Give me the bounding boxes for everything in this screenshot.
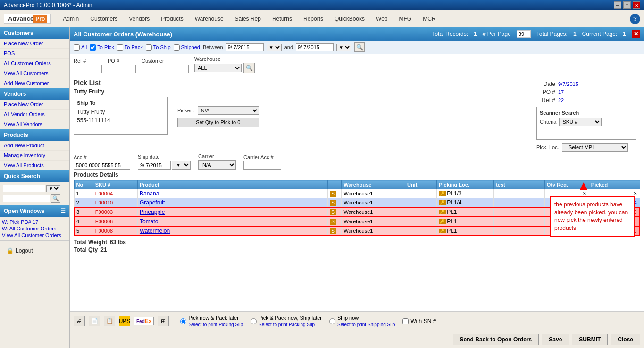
open-window-all-orders[interactable]: W: All Customer Orders [2, 225, 67, 232]
save-button[interactable]: Save [542, 334, 569, 345]
sidebar-item-place-new-order-vendors[interactable]: Place New Order [0, 100, 69, 110]
print-button-fedex[interactable]: FedEx [134, 317, 154, 325]
ref-input[interactable] [74, 65, 102, 73]
menu-returns[interactable]: Returns [267, 13, 297, 25]
scanner-search-input[interactable] [540, 128, 601, 136]
warehouse-search-button[interactable]: 🔍 [243, 63, 255, 73]
cell-product[interactable]: Grapefruit [137, 198, 327, 208]
filter-to-pack-label[interactable]: To Pack [125, 44, 143, 50]
sidebar-item-all-customer-orders[interactable]: All Customer Orders [0, 59, 69, 68]
print-button-5[interactable]: ⊞ [158, 316, 169, 326]
radio-pick-pack-later[interactable]: Pick now & Pack later Select to print Pi… [180, 314, 243, 328]
cell-product[interactable]: Pineapple [137, 207, 327, 217]
close-window-button[interactable]: ✕ [633, 1, 640, 9]
filter-to-pack-checkbox[interactable] [117, 44, 123, 51]
print-button-2[interactable]: 📄 [89, 316, 100, 326]
radio-pick-pack-ship[interactable]: Pick & Pack now, Ship later Select to pr… [251, 314, 322, 328]
filter-to-pick[interactable]: To Pick [90, 44, 114, 51]
filter-search-button[interactable]: 🔍 [354, 42, 365, 52]
menu-reports[interactable]: Reports [298, 13, 328, 25]
radio-pick-pack-later-input[interactable] [180, 318, 186, 324]
quick-search-button[interactable]: 🔍 [51, 194, 60, 203]
menu-admin[interactable]: Admin [58, 13, 84, 25]
sidebar-customers-header[interactable]: Customers [0, 27, 69, 39]
filter-shipped-checkbox[interactable] [174, 44, 180, 51]
filter-shipped[interactable]: Shipped [174, 44, 200, 51]
menu-vendors[interactable]: Vendors [124, 13, 155, 25]
quick-search-text-input[interactable] [3, 195, 50, 202]
radio-pick-pack-ship-input[interactable] [251, 318, 257, 324]
menu-mfg[interactable]: MFG [394, 13, 417, 25]
send-back-button[interactable]: Send Back to Open Orders [453, 334, 539, 345]
quick-search-type-select[interactable]: ▼ [46, 185, 60, 192]
open-window-view-orders[interactable]: View All Customer Orders [2, 232, 67, 238]
menu-quickbooks[interactable]: QuickBooks [329, 13, 370, 25]
close-button[interactable]: Close [611, 334, 640, 345]
print-button-3[interactable]: 📋 [104, 316, 115, 326]
date-to-input[interactable] [296, 43, 334, 51]
filter-to-pack[interactable]: To Pack [117, 44, 143, 51]
ship-date-input[interactable] [138, 161, 171, 170]
filter-to-pick-label[interactable]: To Pick [97, 44, 114, 50]
open-window-pick[interactable]: W: Pick PO# 17 [2, 219, 67, 225]
menu-warehouse[interactable]: Warehouse [190, 13, 229, 25]
filter-shipped-label[interactable]: Shipped [181, 44, 200, 50]
acc-input[interactable] [74, 161, 130, 170]
sidebar-item-place-new-order-customers[interactable]: Place New Order [0, 39, 69, 49]
print-button-1[interactable]: 🖨 [74, 316, 85, 326]
filter-all[interactable]: All [74, 44, 87, 51]
sidebar-item-all-vendor-orders[interactable]: All Vendor Orders [0, 110, 69, 119]
sidebar-item-pos[interactable]: POS [0, 49, 69, 59]
menu-customers[interactable]: Customers [85, 13, 123, 25]
filter-to-ship-checkbox[interactable] [146, 44, 152, 51]
help-button[interactable]: ? [630, 14, 640, 24]
filter-to-ship[interactable]: To Ship [146, 44, 171, 51]
menu-products[interactable]: Products [156, 13, 188, 25]
customer-input[interactable] [142, 65, 189, 73]
cell-product[interactable]: Watermelon [137, 226, 327, 236]
po-number-value[interactable]: 17 [558, 89, 564, 95]
radio-pick-pack-later-label[interactable]: Pick now & Pack later [188, 315, 238, 321]
sidebar-products-header[interactable]: Products [0, 129, 69, 141]
with-sn-label[interactable]: With SN # [410, 318, 436, 324]
filter-all-checkbox[interactable] [74, 44, 80, 51]
logout-button[interactable]: 🔒 Logout [3, 244, 67, 258]
print-button-ups[interactable]: UPS [119, 316, 130, 326]
date-from-select[interactable]: ▼ [267, 44, 282, 51]
radio-ship-now-label[interactable]: Ship now [337, 315, 359, 321]
menu-web[interactable]: Web [371, 13, 393, 25]
quick-search-input[interactable] [3, 185, 45, 192]
date-from-input[interactable] [226, 43, 264, 51]
carrier-select[interactable]: N/A [198, 160, 236, 170]
pick-loc-select[interactable]: --Select MPL-- [562, 143, 628, 152]
cell-product[interactable]: Tomato [137, 217, 327, 226]
filter-to-ship-label[interactable]: To Ship [153, 44, 171, 50]
radio-ship-now[interactable]: Ship now Select to print Shipping Slip [329, 314, 395, 328]
sidebar-item-view-all-products[interactable]: View All Products [0, 161, 69, 170]
sidebar-item-view-all-customers[interactable]: View All Customers [0, 68, 69, 78]
po-input[interactable] [108, 65, 136, 73]
sidebar-vendors-header[interactable]: Vendors [0, 88, 69, 100]
filter-to-pick-checkbox[interactable] [90, 44, 96, 51]
picker-select[interactable]: N/A [198, 106, 259, 115]
with-sn-checkbox[interactable] [402, 318, 409, 324]
sidebar-item-add-new-customer[interactable]: Add New Customer [0, 78, 69, 88]
warehouse-select[interactable]: ALL [194, 64, 242, 72]
cell-product[interactable]: Banana [137, 189, 327, 198]
radio-pick-pack-ship-label[interactable]: Pick & Pack now, Ship later [259, 315, 322, 321]
content-close-button[interactable]: ✕ [632, 30, 640, 38]
submit-button[interactable]: SUBMIT [572, 334, 608, 345]
filter-all-label[interactable]: All [81, 44, 87, 50]
ship-date-select[interactable]: ▼ [172, 161, 191, 170]
minimize-button[interactable]: ─ [614, 1, 621, 9]
with-sn-row[interactable]: With SN # [402, 318, 436, 324]
menu-mcr[interactable]: MCR [418, 13, 441, 25]
sidebar-item-view-all-vendors[interactable]: View All Vendors [0, 119, 69, 129]
maximize-button[interactable]: □ [623, 1, 631, 9]
date-to-select[interactable]: ▼ [336, 44, 351, 51]
radio-ship-now-input[interactable] [329, 318, 335, 324]
scanner-criteria-select[interactable]: SKU # [559, 118, 602, 126]
sidebar-item-add-new-product[interactable]: Add New Product [0, 141, 69, 151]
set-qty-button[interactable]: Set Qty to Pick to 0 [177, 118, 259, 127]
sidebar-item-manage-inventory[interactable]: Manage Inventory [0, 151, 69, 161]
